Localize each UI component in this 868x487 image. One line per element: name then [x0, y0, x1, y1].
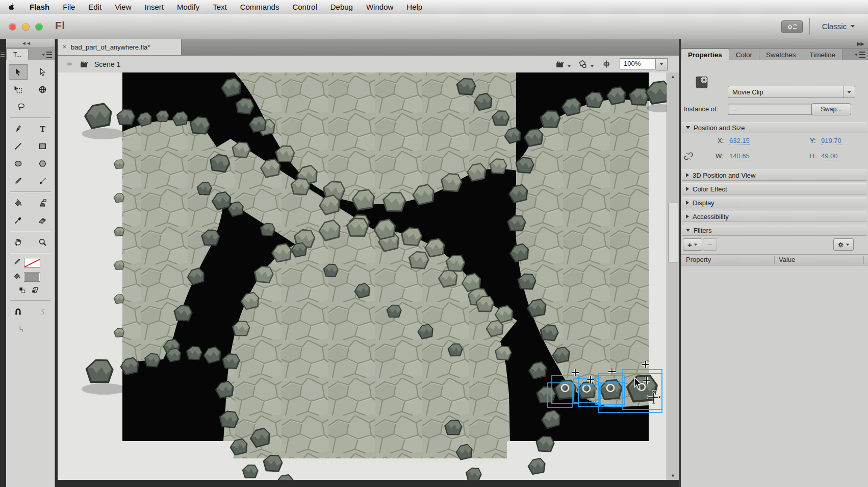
edit-symbols-caret-icon[interactable]	[591, 65, 594, 67]
tool-pencil[interactable]	[9, 173, 28, 188]
tool-line[interactable]	[9, 138, 28, 154]
center-frame-icon[interactable]	[602, 60, 611, 68]
scene-clapperboard-icon	[80, 60, 88, 68]
tool-polystar[interactable]	[33, 156, 52, 171]
symbol-type-caret-icon	[843, 86, 855, 98]
zoom-window-button[interactable]	[36, 23, 42, 30]
menu-item-flash[interactable]: Flash	[23, 0, 56, 14]
tool-lasso[interactable]	[11, 99, 31, 114]
property-column-header[interactable]: Property	[686, 256, 711, 263]
apple-logo-icon[interactable]	[0, 3, 23, 11]
breadcrumb-scene[interactable]: Scene 1	[94, 60, 120, 68]
panel-collapse-bar[interactable]: ▶▶	[681, 39, 868, 48]
workspace-switcher-icon[interactable]	[781, 20, 803, 33]
section-3d-position-and-view[interactable]: 3D Position and View	[682, 169, 867, 181]
section-accessibility[interactable]: Accessibility	[682, 211, 867, 222]
add-filter-button[interactable]: +	[683, 238, 702, 251]
menu-item-file[interactable]: File	[56, 0, 82, 14]
x-value[interactable]: 632.15	[729, 137, 750, 145]
tab-properties[interactable]: Properties	[681, 48, 729, 61]
close-window-button[interactable]	[9, 23, 16, 30]
vertical-scroll-thumb[interactable]	[668, 203, 678, 262]
smooth-button[interactable]: S	[33, 304, 52, 319]
tab-tools[interactable]: T...	[6, 48, 29, 60]
lock-size-broken-icon[interactable]	[684, 152, 693, 162]
edit-scene-icon[interactable]	[555, 60, 564, 68]
tool-rectangle[interactable]	[33, 138, 52, 154]
y-value[interactable]: 919.70	[821, 137, 841, 145]
tools-collapse-bar[interactable]: ◄◄	[6, 39, 55, 48]
tool-selection[interactable]	[9, 64, 28, 80]
scroll-up-icon[interactable]: ▲	[667, 72, 679, 81]
zoom-level-input[interactable]: 100%	[620, 58, 656, 69]
tool-pen[interactable]	[9, 121, 28, 136]
tool-3d-rotation[interactable]	[33, 82, 52, 97]
stroke-color-swatch[interactable]	[24, 258, 40, 267]
back-arrow-icon[interactable]	[65, 60, 73, 68]
tool-text[interactable]: T	[33, 121, 52, 136]
menu-items: FlashFileEditViewInsertModifyTextCommand…	[23, 0, 429, 14]
section-label: Accessibility	[693, 213, 729, 221]
document-area: × bad_part_of_anywhere.fla* Scene 1 100%	[58, 39, 679, 487]
zoom-level-dropdown-button[interactable]	[656, 58, 668, 70]
menu-item-help[interactable]: Help	[400, 0, 429, 14]
window-title-bar[interactable]: Fl Classic	[0, 14, 868, 39]
filter-options-gear-icon[interactable]	[833, 238, 854, 251]
instance-name-field[interactable]: ---	[728, 104, 812, 115]
tool-subselection[interactable]	[33, 64, 52, 80]
movie-clip-icon	[695, 76, 708, 90]
scroll-down-icon[interactable]: ▼	[667, 472, 679, 480]
symbol-type-dropdown[interactable]: Movie Clip	[728, 86, 855, 98]
section-display[interactable]: Display	[682, 197, 867, 208]
tool-free-transform[interactable]	[9, 82, 28, 97]
w-value[interactable]: 140.65	[729, 152, 750, 160]
value-column-header[interactable]: Value	[779, 256, 795, 263]
h-value[interactable]: 49.00	[821, 152, 838, 160]
y-label: Y:	[810, 137, 816, 144]
menu-item-window[interactable]: Window	[360, 0, 400, 14]
menu-item-debug[interactable]: Debug	[324, 0, 360, 14]
svg-text:S: S	[41, 308, 44, 315]
swap-colors-icon[interactable]	[31, 286, 39, 296]
section-position-and-size[interactable]: Position and Size	[682, 122, 867, 133]
tool-paint-bucket[interactable]	[9, 195, 28, 210]
tool-eyedropper[interactable]	[9, 212, 28, 228]
tab-timeline[interactable]: Timeline	[803, 49, 843, 61]
fill-color-swatch[interactable]	[24, 272, 40, 282]
close-document-icon[interactable]: ×	[63, 43, 66, 51]
menu-item-modify[interactable]: Modify	[170, 0, 206, 14]
minimize-window-button[interactable]	[22, 23, 29, 30]
tool-zoom[interactable]	[33, 234, 52, 250]
menu-bar: FlashFileEditViewInsertModifyTextCommand…	[0, 0, 868, 14]
menu-item-text[interactable]: Text	[206, 0, 234, 14]
document-tab[interactable]: × bad_part_of_anywhere.fla*	[58, 39, 182, 55]
vertical-scrollbar[interactable]: ▲ ▼	[667, 72, 679, 480]
tool-hand[interactable]	[9, 234, 28, 250]
black-white-icon[interactable]	[18, 286, 26, 296]
edit-symbols-icon[interactable]	[578, 60, 587, 68]
properties-panel-menu-icon[interactable]	[854, 52, 865, 58]
workspace-dropdown[interactable]: Classic	[822, 22, 855, 31]
section-color-effect[interactable]: Color Effect	[682, 183, 867, 194]
tab-swatches[interactable]: Swatches	[759, 49, 803, 61]
tool-oval[interactable]	[9, 156, 28, 171]
remove-filter-button[interactable]: −	[703, 238, 717, 251]
tab-color[interactable]: Color	[729, 49, 759, 61]
tool-eraser[interactable]	[33, 212, 52, 228]
tool-ink-bottle[interactable]	[33, 195, 52, 210]
snap-to-objects-toggle[interactable]	[9, 304, 28, 319]
edit-scene-caret-icon[interactable]	[568, 65, 571, 67]
tool-brush[interactable]	[33, 173, 52, 188]
menu-item-commands[interactable]: Commands	[234, 0, 286, 14]
panel-tab-bar: PropertiesColorSwatchesTimeline	[681, 48, 868, 61]
workspace-name: Classic	[822, 22, 847, 31]
menu-item-control[interactable]: Control	[286, 0, 323, 14]
menu-item-view[interactable]: View	[108, 0, 138, 14]
section-filters[interactable]: Filters	[682, 225, 867, 236]
swap-button[interactable]: Swap...	[811, 103, 851, 115]
tools-panel-menu-icon[interactable]	[41, 52, 52, 58]
straighten-button[interactable]	[11, 321, 31, 336]
menu-item-insert[interactable]: Insert	[138, 0, 170, 14]
menu-item-edit[interactable]: Edit	[82, 0, 108, 14]
stage-canvas[interactable]	[58, 72, 667, 480]
